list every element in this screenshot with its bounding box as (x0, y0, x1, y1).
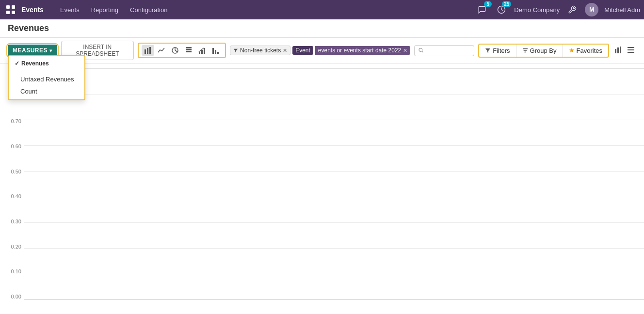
svg-rect-28 (628, 49, 634, 50)
activity-icon-btn[interactable]: 25 (495, 3, 508, 16)
grid-line-8 (24, 274, 644, 274)
svg-rect-27 (628, 47, 634, 48)
svg-rect-13 (201, 50, 203, 54)
list-view-button[interactable] (626, 45, 636, 57)
search-tags: Non-free tickets ✕ Event events or event… (230, 46, 410, 55)
favorites-button[interactable]: Favorites (563, 45, 608, 57)
y-label-070: 0.70 (0, 118, 21, 124)
grid-line-7 (24, 248, 644, 249)
main-content: 0.00 0.10 0.20 0.30 0.40 0.50 0.60 0.70 … (0, 63, 644, 314)
svg-marker-23 (569, 48, 574, 52)
grid-line-top (24, 68, 644, 69)
grid-line-5 (24, 197, 644, 197)
stack-button[interactable] (182, 45, 195, 56)
y-label-060: 0.60 (0, 143, 21, 149)
search-input[interactable] (424, 47, 470, 54)
svg-rect-24 (615, 49, 616, 53)
chart-view-button[interactable] (613, 45, 624, 57)
nonfree-tag-close[interactable]: ✕ (283, 47, 287, 54)
event-value-tag: events or events start date 2022 ✕ (315, 46, 410, 55)
pie-chart-button[interactable] (169, 45, 181, 56)
group-by-button[interactable]: Group By (516, 45, 563, 57)
sort-asc-button[interactable] (196, 45, 209, 56)
grid-line-6 (24, 222, 644, 223)
page-title: Revenues (8, 23, 49, 33)
svg-rect-10 (186, 49, 192, 50)
measures-button[interactable]: MEASURES ▾ (8, 45, 57, 56)
nonfree-tag: Non-free tickets ✕ (230, 46, 290, 55)
svg-rect-22 (524, 52, 526, 53)
page-header: Revenues (0, 19, 644, 38)
svg-rect-12 (199, 52, 200, 54)
svg-rect-29 (628, 52, 634, 53)
menu-configuration[interactable]: Configuration (125, 4, 172, 16)
svg-line-19 (422, 51, 423, 52)
filters-button[interactable]: Filters (479, 45, 516, 57)
filter-btn-icon (485, 47, 491, 53)
section-label: Revenues (21, 60, 49, 67)
measures-dropdown: ✓ Revenues Untaxed Revenues Count (8, 55, 85, 100)
svg-rect-9 (186, 51, 192, 52)
y-label-050: 0.50 (0, 169, 21, 174)
event-type-tag: Event (292, 46, 313, 55)
svg-rect-6 (147, 48, 148, 54)
filter-group: Filters Group By Favorites (478, 44, 609, 58)
event-value-label: events or events start date 2022 (318, 47, 401, 54)
svg-rect-2 (6, 11, 10, 14)
avatar[interactable]: M (585, 3, 598, 16)
measures-caret-icon: ▾ (49, 48, 52, 53)
svg-rect-7 (149, 47, 151, 54)
dropdown-item-count[interactable]: Count (9, 85, 84, 97)
svg-rect-3 (12, 11, 15, 14)
toolbar: MEASURES ▾ INSERT IN SPREADSHEET (0, 38, 644, 63)
bar-chart-button[interactable] (142, 45, 154, 56)
menu-reporting[interactable]: Reporting (86, 4, 123, 16)
dropdown-divider (9, 71, 84, 71)
top-menu: Events Reporting Configuration (55, 4, 172, 16)
line-chart-button[interactable] (155, 45, 168, 56)
company-name: Demo Company (514, 6, 560, 14)
chart-grid (24, 68, 644, 299)
chat-badge: 5 (484, 1, 492, 7)
y-label-010: 0.10 (0, 268, 21, 274)
grid-line-4 (24, 171, 644, 172)
group-by-label: Group By (530, 47, 557, 54)
app-grid-icon[interactable] (4, 3, 17, 16)
dropdown-section-revenues: ✓ Revenues (9, 58, 84, 69)
y-label-040: 0.40 (0, 193, 21, 199)
event-tag-label: Event (295, 47, 310, 54)
username: Mitchell Adm (604, 6, 640, 14)
grid-line-1 (24, 94, 644, 94)
svg-rect-16 (215, 50, 216, 54)
filter-icon (233, 48, 238, 53)
grid-line-2 (24, 120, 644, 120)
dropdown-item-untaxed[interactable]: Untaxed Revenues (9, 73, 84, 85)
nonfree-tag-label: Non-free tickets (240, 47, 281, 54)
favorites-icon (569, 47, 575, 53)
sort-desc-button[interactable] (209, 45, 222, 56)
chat-icon-btn[interactable]: 5 (475, 3, 489, 16)
chart-type-group (138, 43, 226, 58)
app-name: Events (21, 6, 44, 14)
count-label: Count (20, 88, 37, 95)
event-value-tag-close[interactable]: ✕ (403, 47, 407, 54)
y-label-020: 0.20 (0, 244, 21, 250)
topnav-right: 5 25 Demo Company M Mitchell Adm (475, 3, 640, 16)
svg-rect-26 (620, 47, 621, 53)
content-area: Revenues MEASURES ▾ INSERT IN SPREADSHEE… (0, 19, 644, 314)
svg-rect-1 (12, 5, 15, 9)
svg-rect-5 (145, 49, 146, 54)
settings-icon-btn[interactable] (565, 3, 579, 16)
search-bar (414, 45, 474, 56)
search-icon (419, 47, 424, 53)
grid-line-bottom (24, 299, 644, 300)
svg-rect-11 (186, 47, 192, 48)
svg-rect-17 (217, 52, 219, 54)
y-label-030: 0.30 (0, 219, 21, 224)
menu-events[interactable]: Events (55, 4, 84, 16)
svg-rect-20 (522, 48, 527, 49)
svg-rect-15 (212, 48, 214, 54)
y-label-0: 0.00 (0, 294, 21, 299)
svg-point-18 (419, 48, 422, 52)
top-navigation: Events Events Reporting Configuration 5 … (0, 0, 644, 19)
